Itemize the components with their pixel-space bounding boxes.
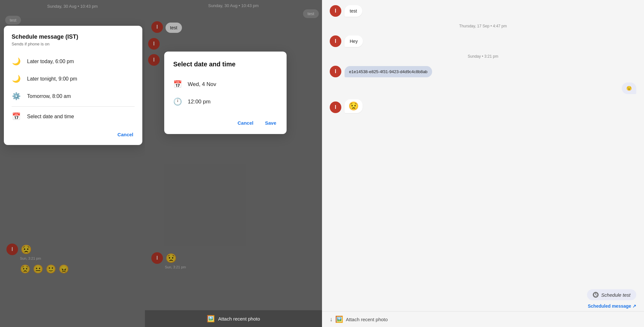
datetime-modal-title: Select date and time [173, 61, 278, 68]
schedule-option-later-tonight[interactable]: 🌙 Later tonight, 9:00 pm [12, 70, 135, 88]
datetime-modal: Select date and time 📅 Wed, 4 Nov 🕛 12:0… [164, 52, 287, 134]
panel3-test-bubble: test [345, 5, 362, 17]
schedule-clock-icon [593, 292, 599, 298]
schedule-option-later-today[interactable]: 🌙 Later today, 6:00 pm [12, 53, 135, 70]
clock-svg [593, 293, 598, 297]
panel3-test-row: I test [330, 5, 636, 17]
panel3-hey-bubble: Hey [345, 35, 363, 47]
schedule-modal-divider [12, 106, 135, 107]
panel2-overlay [145, 0, 322, 327]
schedule-modal-cancel-button[interactable]: Cancel [116, 129, 135, 140]
panel3-attach-icon: 🖼️ [335, 315, 343, 323]
panel3-test-text: test [350, 8, 357, 14]
panel3-chat-area: I test Thursday, 17 Sep • 4:47 pm I Hey … [322, 0, 644, 287]
panel3-avatar-4: I [330, 101, 341, 113]
scheduled-message-link[interactable]: Scheduled message ↗ [322, 302, 644, 311]
schedule-option-label-4: Select date and time [27, 114, 74, 120]
schedule-option-label-3: Tomorrow, 8:00 am [27, 93, 71, 99]
moon-icon-2: 🌙 [12, 75, 21, 83]
panel-1: Sunday, 30 Aug • 10:43 pm test I 😟 Sun, … [0, 0, 145, 327]
schedule-option-label-2: Later tonight, 9:00 pm [27, 76, 77, 82]
panel3-id-bubble: e1e14538-e825-4f31-9423-d4d9c4c8b8ab [345, 66, 432, 77]
panel3-avatar-1: I [330, 5, 341, 17]
panel3-hey-text: Hey [350, 39, 358, 44]
panel3-id-text: e1e14538-e825-4f31-9423-d4d9c4c8b8ab [349, 69, 428, 74]
datetime-calendar-icon: 📅 [173, 80, 182, 89]
datetime-date-value: Wed, 4 Nov [188, 81, 216, 88]
panel3-hey-row: I Hey [330, 35, 636, 47]
datetime-clock-icon: 🕛 [173, 98, 182, 106]
panel3-download-icon: ↓ [330, 316, 333, 323]
panel-3: I test Thursday, 17 Sep • 4:47 pm I Hey … [322, 0, 644, 327]
panel3-sent-emoji-row: 😟 [330, 82, 636, 94]
panel3-id-row: I e1e14538-e825-4f31-9423-d4d9c4c8b8ab [330, 66, 636, 77]
calendar-icon: 📅 [12, 112, 21, 121]
schedule-modal-title: Schedule message (IST) [12, 34, 135, 40]
panel3-timestamp-1: Thursday, 17 Sep • 4:47 pm [330, 22, 636, 30]
datetime-actions: Cancel Save [173, 118, 278, 128]
moon-icon-1: 🌙 [12, 57, 21, 66]
schedule-modal: Schedule message (IST) Sends if phone is… [4, 26, 142, 145]
panel-2: Sunday, 30 Aug • 10:43 pm test I test I … [145, 0, 322, 327]
panel3-timestamp-2: Sunday • 3:21 pm [330, 52, 636, 61]
datetime-cancel-button[interactable]: Cancel [236, 118, 255, 128]
panel3-received-emoji-bubble: 😟 [345, 99, 363, 113]
panel3-attach-bar[interactable]: ↓ 🖼️ Attach recent photo [322, 311, 644, 327]
datetime-time-value: 12:00 pm [188, 99, 211, 105]
panel3-attach-label: Attach recent photo [346, 317, 388, 322]
schedule-modal-cancel-row: Cancel [12, 129, 135, 140]
panel3-sent-emoji: 😟 [626, 86, 632, 91]
datetime-save-button[interactable]: Save [264, 118, 278, 128]
panel2-attach-bar[interactable]: 🖼️ Attach recent photo [145, 310, 322, 327]
panel3-received-emoji-row: I 😟 [330, 99, 636, 113]
datetime-date-row[interactable]: 📅 Wed, 4 Nov [173, 76, 278, 93]
schedule-test-button[interactable]: Schedule test [587, 289, 636, 300]
schedule-option-select-datetime[interactable]: 📅 Select date and time [12, 108, 135, 125]
panel2-attach-icon: 🖼️ [207, 315, 215, 322]
panel3-avatar-2: I [330, 35, 341, 47]
schedule-option-tomorrow[interactable]: ⚙️ Tomorrow, 8:00 am [12, 88, 135, 105]
svg-line-2 [596, 295, 597, 295]
schedule-option-label-1: Later today, 6:00 pm [27, 59, 74, 64]
panel3-sent-emoji-bubble: 😟 [622, 82, 636, 94]
schedule-modal-subtitle: Sends if phone is on [12, 42, 135, 46]
datetime-time-row[interactable]: 🕛 12:00 pm [173, 93, 278, 111]
panel3-received-emoji: 😟 [348, 101, 359, 111]
panel3-avatar-3: I [330, 66, 341, 77]
schedule-test-label: Schedule test [601, 292, 630, 298]
panel2-attach-label: Attach recent photo [218, 316, 260, 322]
gear-icon: ⚙️ [12, 92, 21, 101]
panel3-schedule-test-area: Schedule test [322, 287, 644, 302]
